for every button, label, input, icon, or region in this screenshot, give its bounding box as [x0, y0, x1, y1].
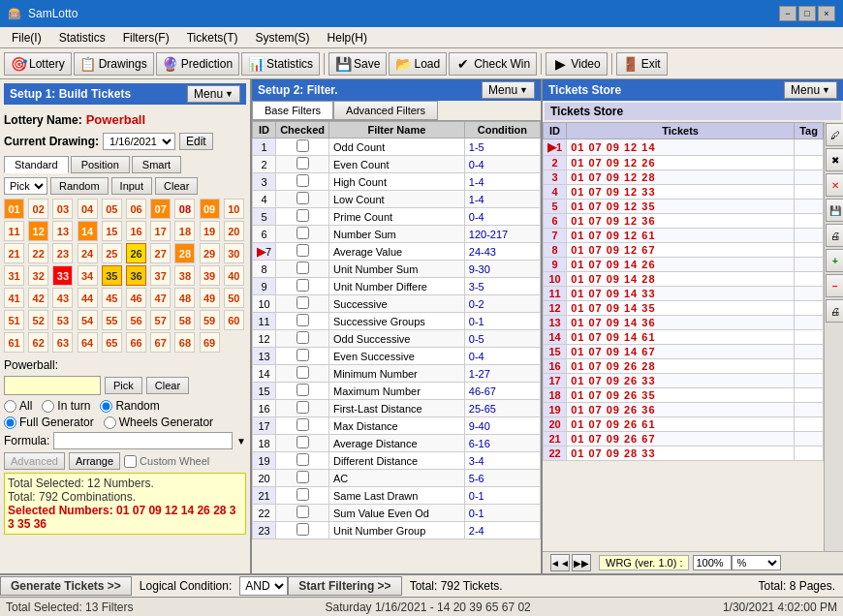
number-cell-31[interactable]: 31	[4, 265, 24, 286]
filter-check[interactable]	[276, 470, 329, 487]
number-cell-52[interactable]: 52	[28, 310, 48, 330]
number-cell-23[interactable]: 23	[52, 243, 73, 263]
tool-delete2[interactable]: ✕	[826, 173, 843, 197]
number-cell-22[interactable]: 22	[28, 243, 48, 263]
number-cell-19[interactable]: 19	[200, 221, 220, 241]
number-cell-65[interactable]: 65	[102, 332, 122, 353]
filter-check[interactable]	[276, 417, 329, 435]
number-cell-01[interactable]: 01	[4, 199, 24, 219]
number-cell-40[interactable]: 40	[224, 265, 244, 286]
number-cell-64[interactable]: 64	[78, 332, 98, 353]
number-cell-51[interactable]: 51	[4, 310, 24, 330]
menu-help[interactable]: Help(H)	[320, 29, 375, 46]
close-button[interactable]: ×	[818, 6, 835, 21]
filter-check[interactable]	[276, 522, 329, 539]
filter-check[interactable]	[276, 173, 329, 191]
filter-check[interactable]	[276, 400, 329, 417]
filter-check[interactable]	[276, 139, 329, 156]
menu-system[interactable]: System(S)	[248, 29, 318, 46]
filter-check[interactable]	[276, 191, 329, 208]
generate-tickets-button[interactable]: Generate Tickets >>	[0, 576, 132, 596]
number-cell-27[interactable]: 27	[150, 243, 171, 263]
start-filtering-button[interactable]: Start Filtering >>	[288, 576, 401, 596]
toolbar-video[interactable]: ▶ Video	[546, 52, 607, 76]
advanced-button[interactable]: Advanced	[4, 452, 65, 470]
left-panel-menu-button[interactable]: Menu ▼	[187, 85, 240, 103]
number-cell-09[interactable]: 09	[200, 199, 220, 219]
filter-check[interactable]	[276, 208, 329, 226]
number-cell-56[interactable]: 56	[126, 310, 146, 330]
custom-wheel-checkbox[interactable]: Custom Wheel	[124, 455, 209, 468]
number-cell-45[interactable]: 45	[102, 288, 122, 308]
tool-add[interactable]: +	[826, 249, 843, 272]
number-cell-39[interactable]: 39	[200, 265, 220, 286]
filter-check[interactable]	[276, 261, 329, 278]
number-cell-07[interactable]: 07	[150, 199, 171, 219]
number-cell-12[interactable]: 12	[28, 221, 48, 241]
tool-remove[interactable]: −	[826, 274, 843, 297]
number-cell-53[interactable]: 53	[52, 310, 73, 330]
number-cell-38[interactable]: 38	[174, 265, 195, 286]
toolbar-check-win[interactable]: ✔ Check Win	[449, 52, 537, 76]
menu-statistics[interactable]: Statistics	[51, 29, 113, 46]
number-cell-35[interactable]: 35	[102, 265, 122, 286]
menu-tickets[interactable]: Tickets(T)	[179, 29, 246, 46]
number-cell-14[interactable]: 14	[78, 221, 98, 241]
minimize-button[interactable]: −	[779, 6, 796, 21]
radio-all[interactable]: All	[4, 399, 32, 413]
number-cell-17[interactable]: 17	[150, 221, 171, 241]
number-cell-34[interactable]: 34	[78, 265, 98, 286]
toolbar-lottery[interactable]: 🎯 Lottery	[4, 52, 72, 76]
filter-check[interactable]	[276, 383, 329, 400]
tab-standard[interactable]: Standard	[4, 156, 69, 173]
filter-check[interactable]	[276, 348, 329, 365]
number-cell-36[interactable]: 36	[126, 265, 146, 286]
edit-button[interactable]: Edit	[179, 133, 213, 150]
number-cell-28[interactable]: 28	[174, 243, 195, 263]
pager-next[interactable]: ▶▶	[572, 554, 591, 571]
filter-check[interactable]	[276, 487, 329, 505]
maximize-button[interactable]: □	[798, 6, 816, 21]
tool-edit[interactable]: 🖊	[826, 123, 843, 146]
number-cell-46[interactable]: 46	[126, 288, 146, 308]
input-button[interactable]: Input	[111, 177, 152, 195]
pick-select[interactable]: Pick ▼	[4, 177, 47, 195]
logical-condition-select[interactable]: AND OR	[239, 576, 288, 596]
filter-check[interactable]	[276, 452, 329, 470]
pb-clear-button[interactable]: Clear	[146, 377, 189, 394]
number-cell-16[interactable]: 16	[126, 221, 146, 241]
number-cell-18[interactable]: 18	[174, 221, 195, 241]
number-cell-42[interactable]: 42	[28, 288, 48, 308]
zoom-input[interactable]	[693, 555, 732, 570]
number-cell-69[interactable]: 69	[200, 332, 220, 353]
number-cell-03[interactable]: 03	[52, 199, 73, 219]
menu-filters[interactable]: Filters(F)	[115, 29, 177, 46]
number-cell-54[interactable]: 54	[78, 310, 98, 330]
number-cell-24[interactable]: 24	[78, 243, 98, 263]
number-cell-66[interactable]: 66	[126, 332, 146, 353]
pager-prev[interactable]: ◄◄	[550, 554, 570, 571]
number-cell-61[interactable]: 61	[4, 332, 24, 353]
number-cell-25[interactable]: 25	[102, 243, 122, 263]
number-cell-20[interactable]: 20	[224, 221, 244, 241]
number-cell-26[interactable]: 26	[126, 243, 146, 263]
number-cell-05[interactable]: 05	[102, 199, 122, 219]
number-cell-13[interactable]: 13	[52, 221, 73, 241]
toolbar-load[interactable]: 📂 Load	[389, 52, 447, 76]
filter-check[interactable]	[276, 313, 329, 330]
number-cell-55[interactable]: 55	[102, 310, 122, 330]
toolbar-prediction[interactable]: 🔮 Prediction	[156, 52, 239, 76]
number-cell-04[interactable]: 04	[78, 199, 98, 219]
pb-pick-button[interactable]: Pick	[105, 377, 142, 394]
number-cell-02[interactable]: 02	[28, 199, 48, 219]
full-generator-radio[interactable]: Full Generator	[4, 416, 94, 429]
number-cell-59[interactable]: 59	[200, 310, 220, 330]
number-cell-43[interactable]: 43	[52, 288, 73, 308]
number-cell-33[interactable]: 33	[52, 265, 73, 286]
number-cell-10[interactable]: 10	[224, 199, 244, 219]
formula-input[interactable]	[53, 432, 233, 449]
filter-check[interactable]	[276, 278, 329, 295]
zoom-select[interactable]: % 100% 150%	[732, 555, 781, 570]
filter-check[interactable]	[276, 435, 329, 452]
toolbar-exit[interactable]: 🚪 Exit	[616, 52, 668, 76]
